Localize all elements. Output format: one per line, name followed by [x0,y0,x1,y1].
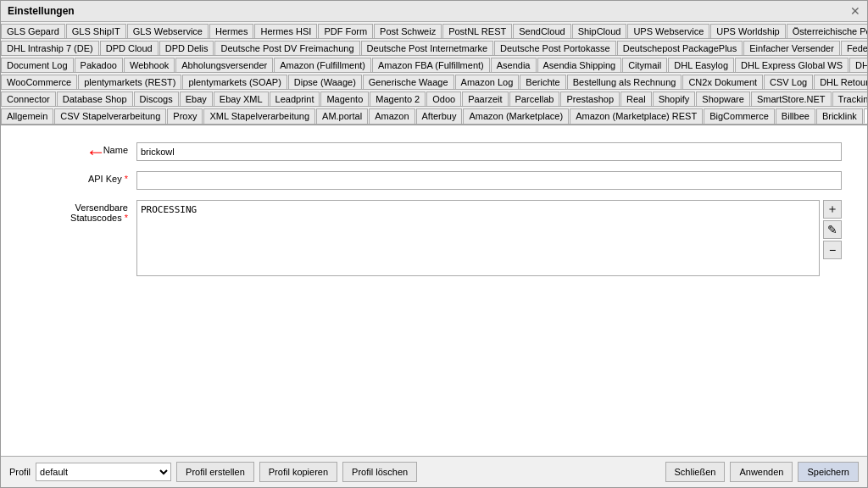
tab-magento-2[interactable]: Magento 2 [370,92,426,106]
tab-gls-shipit[interactable]: GLS ShipIT [66,24,126,38]
name-label: Name [26,142,128,155]
tab-gls-gepard[interactable]: GLS Gepard [1,24,65,38]
tab-dhl-express-global-ws[interactable]: DHL Express Global WS [735,58,849,72]
create-profile-button[interactable]: Profil erstellen [176,462,254,482]
tab-ebay-xml[interactable]: Ebay XML [214,92,269,106]
tab-deutsche-post-internetmarke[interactable]: Deutsche Post Internetmarke [361,41,493,55]
tab-generische-waage[interactable]: Generische Waage [363,75,454,89]
tab-ups-worldship[interactable]: UPS Worldship [710,24,785,38]
tab-am.portal[interactable]: AM.portal [316,108,368,124]
tab-magento[interactable]: Magento [320,92,369,106]
tab-smartstore.net[interactable]: SmartStore.NET [751,92,832,106]
tab-dpd-delis[interactable]: DPD Delis [159,41,214,55]
tab-fedex-webservice[interactable]: Fedex Webservice [841,41,867,55]
tab-gls-webservice[interactable]: GLS Webservice [127,24,209,38]
tab-row-3: Document LogPakadooWebhookAbholungsverse… [1,56,867,73]
tab-dhl-easylog[interactable]: DHL Easylog [668,58,734,72]
tab-shopware[interactable]: Shopware [696,92,750,106]
tab-ups-webservice[interactable]: UPS Webservice [627,24,709,38]
tab-dhl-geschäftskundenversand[interactable]: DHL Geschäftskundenversand [849,58,867,72]
textarea-buttons: ＋ ✎ − [823,200,842,276]
tab-plentymarkets-(soap)[interactable]: plentymarkets (SOAP) [182,75,287,89]
tab-sendcloud[interactable]: SendCloud [513,24,570,38]
tab-cn2x-dokument[interactable]: CN2x Dokument [682,75,763,89]
tab-woocommerce[interactable]: WooCommerce [1,75,77,89]
tab-ebay[interactable]: Ebay [180,92,213,106]
tab-connector[interactable]: Connector [1,92,56,106]
tab-brickowl[interactable]: Brickowl [864,108,867,124]
tab-paarzeit[interactable]: Paarzeit [462,92,508,106]
tab-allgemein[interactable]: Allgemein [1,108,53,124]
tab-dpd-cloud[interactable]: DPD Cloud [100,41,159,55]
tab-real[interactable]: Real [620,92,652,106]
tab-row-5: ConnectorDatabase ShopDiscogsEbayEbay XM… [1,90,867,107]
save-button[interactable]: Speichern [798,462,859,482]
tab-amazon-log[interactable]: Amazon Log [455,75,520,89]
tab-dhl-retoure[interactable]: DHL Retoure [814,75,867,89]
tab-abholungsversender[interactable]: Abholungsversender [175,58,273,72]
tab-hermes-hsi[interactable]: Hermes HSI [254,24,317,38]
close-button[interactable]: Schließen [665,462,726,482]
tab-billbee[interactable]: Billbee [776,108,815,124]
tab-deutsche-post-dv-freimachung[interactable]: Deutsche Post DV Freimachung [214,41,359,55]
tab-amazon-(marketplace)-rest[interactable]: Amazon (Marketplace) REST [570,108,703,124]
add-button[interactable]: ＋ [823,200,842,219]
tab-proxy[interactable]: Proxy [167,108,203,124]
tab-hermes[interactable]: Hermes [209,24,254,38]
red-arrow: ← [86,140,106,164]
tab-shopify[interactable]: Shopify [653,92,696,106]
tab-amazon-fba-(fulfillment)[interactable]: Amazon FBA (Fulfillment) [372,58,490,72]
tabs-area: GLS GepardGLS ShipITGLS WebserviceHermes… [1,22,867,125]
tab-document-log[interactable]: Document Log [1,58,74,72]
tab-trackingportal[interactable]: Trackingportal [832,92,867,106]
tab-berichte[interactable]: Berichte [520,75,565,89]
statuscodes-textarea[interactable] [136,200,820,276]
tab-dipse-(waage)[interactable]: Dipse (Waage) [288,75,362,89]
profile-select[interactable]: default [36,463,171,481]
tab-dhl-intraship-7-(de)[interactable]: DHL Intraship 7 (DE) [1,41,99,55]
tab-asendia-shipping[interactable]: Asendia Shipping [537,58,622,72]
tab-post-schweiz[interactable]: Post Schweiz [374,24,442,38]
tab-pdf-form[interactable]: PDF Form [318,24,373,38]
tab-prestashop[interactable]: Prestashop [560,92,620,106]
name-input[interactable] [136,142,842,161]
tab-deutschepost-packageplus[interactable]: Deutschepost PackagePlus [617,41,743,55]
tab-csv-log[interactable]: CSV Log [764,75,813,89]
tab-bricklink[interactable]: Bricklink [816,108,863,124]
delete-button[interactable]: − [823,241,842,259]
tab-einfacher-versender[interactable]: Einfacher Versender [743,41,840,55]
delete-profile-button[interactable]: Profil löschen [342,462,417,482]
tab-row-2: DHL Intraship 7 (DE)DPD CloudDPD DelisDe… [1,39,867,56]
tab-odoo[interactable]: Odoo [426,92,461,106]
tab-bigcommerce[interactable]: BigCommerce [704,108,775,124]
tab-amazon[interactable]: Amazon [369,108,415,124]
tab-citymail[interactable]: Citymail [622,58,667,72]
tab-bestellung-als-rechnung[interactable]: Bestellung als Rechnung [567,75,682,89]
tab-afterbuy[interactable]: Afterbuy [416,108,463,124]
tab-database-shop[interactable]: Database Shop [57,92,133,106]
tab-österreichische-post[interactable]: Österreichische Post [787,24,867,38]
tab-deutsche-post-portokasse[interactable]: Deutsche Post Portokasse [494,41,616,55]
tab-leadprint[interactable]: Leadprint [270,92,320,106]
tab-shipcloud[interactable]: ShipCloud [572,24,627,38]
api-key-label: API Key * [26,171,128,184]
tab-postnl-rest[interactable]: PostNL REST [442,24,512,38]
tab-amazon-(fulfillment)[interactable]: Amazon (Fulfillment) [274,58,371,72]
tab-parcellab[interactable]: Parcellab [509,92,560,106]
apply-button[interactable]: Anwenden [730,462,793,482]
tab-row-1: GLS GepardGLS ShipITGLS WebserviceHermes… [1,22,867,39]
tab-pakadoo[interactable]: Pakadoo [75,58,123,72]
tab-amazon-(marketplace)[interactable]: Amazon (Marketplace) [463,108,569,124]
tab-plentymarkets-(rest)[interactable]: plentymarkets (REST) [78,75,181,89]
copy-profile-button[interactable]: Profil kopieren [259,462,337,482]
api-key-input[interactable] [136,171,842,190]
close-button[interactable]: ✕ [850,4,860,18]
tab-xml-stapelverarbeitung[interactable]: XML Stapelverarbeitung [203,108,315,124]
statuscodes-label: Versendbare Statuscodes * [26,200,128,223]
tab-webhook[interactable]: Webhook [124,58,175,72]
tab-csv-stapelverarbeitung[interactable]: CSV Stapelverarbeitung [54,108,166,124]
edit-button[interactable]: ✎ [823,220,842,239]
tab-asendia[interactable]: Asendia [491,58,537,72]
main-window: Einstellungen ✕ GLS GepardGLS ShipITGLS … [0,0,868,488]
tab-discogs[interactable]: Discogs [134,92,179,106]
